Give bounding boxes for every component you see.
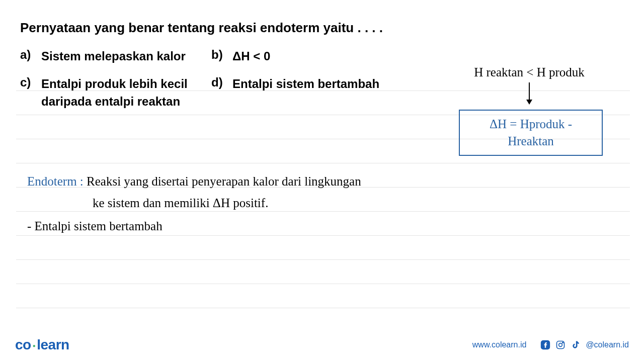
explanation-line3: - Entalpi sistem bertambah — [27, 216, 361, 237]
formula-box: ΔH = Hproduk - Hreaktan — [459, 110, 603, 156]
rule-line — [16, 259, 630, 260]
footer-url: www.colearn.id — [472, 340, 527, 349]
footer-right: www.colearn.id @colearn.id — [472, 340, 629, 350]
option-a: a) Sistem melepaskan kalor — [20, 48, 211, 65]
explanation-line1: Reaksi yang disertai penyerapan kalor da… — [87, 174, 361, 188]
explanation-block: Endoterm : Reaksi yang disertai penyerap… — [27, 171, 361, 237]
logo-co: co — [15, 337, 31, 352]
explanation-term: Endoterm : — [27, 174, 84, 188]
rule-line — [16, 163, 630, 163]
annotation-panel: H reaktan < H produk ΔH = Hproduk - Hrea… — [429, 65, 630, 156]
footer: co●learn www.colearn.id @colearn.id — [0, 337, 644, 353]
arrow-down-icon — [529, 82, 530, 104]
option-b-text: ΔH < 0 — [232, 48, 270, 65]
instagram-icon — [555, 340, 566, 350]
question-text: Pernyataan yang benar tentang reaksi end… — [20, 20, 624, 36]
rule-line — [16, 308, 630, 308]
annotation-comparison: H reaktan < H produk — [429, 65, 630, 79]
rule-line — [16, 284, 630, 284]
option-a-text: Sistem melepaskan kalor — [41, 48, 186, 65]
option-b-label: b) — [211, 48, 227, 62]
facebook-icon — [540, 340, 550, 350]
option-c-label: c) — [20, 75, 36, 89]
option-a-label: a) — [20, 48, 36, 62]
option-b: b) ΔH < 0 — [211, 48, 433, 65]
footer-handle: @colearn.id — [586, 340, 629, 349]
explanation-line2: ke sistem dan memiliki ΔH positif. — [27, 193, 361, 214]
option-d-label: d) — [211, 75, 227, 89]
tiktok-icon — [571, 340, 581, 350]
svg-point-2 — [559, 343, 562, 347]
logo-dot-icon: ● — [31, 343, 37, 348]
logo-learn: learn — [37, 337, 69, 352]
brand-logo: co●learn — [15, 337, 69, 353]
svg-point-3 — [562, 342, 564, 343]
